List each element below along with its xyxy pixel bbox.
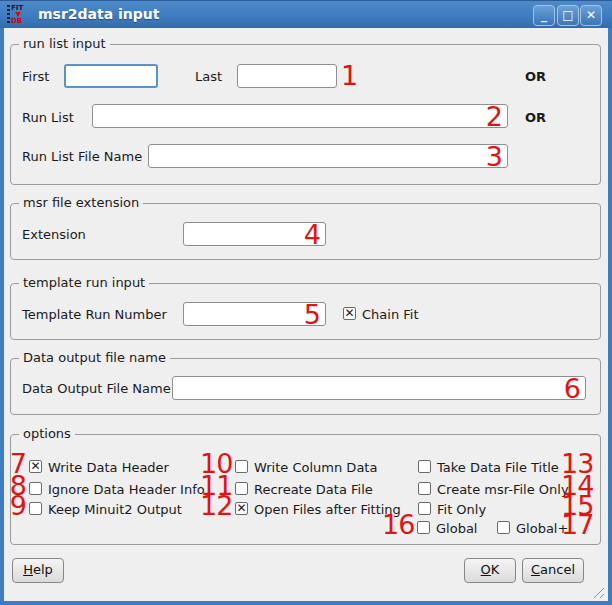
extension-input[interactable]: [186, 223, 301, 245]
or-separator-1: OR: [525, 69, 546, 84]
marker-5: 5: [304, 303, 320, 325]
help-button-mnemonic: H: [23, 562, 33, 577]
close-button[interactable]: ✕: [580, 5, 602, 26]
cancel-button-label: ancel: [540, 562, 575, 577]
global-checkbox[interactable]: [417, 521, 430, 534]
or-separator-2: OR: [525, 110, 546, 125]
chain-fit-checkbox[interactable]: [343, 307, 356, 320]
write-column-data-checkbox[interactable]: [235, 460, 248, 473]
run-list-label: Run List: [22, 110, 74, 125]
fit-only-checkbox[interactable]: [418, 502, 431, 515]
dialog-content: run list input First Last 1 OR Run List …: [4, 28, 608, 601]
global-label[interactable]: Global: [436, 521, 477, 536]
cancel-button-mnemonic: C: [531, 562, 540, 577]
title-bar[interactable]: FIT DB msr2data input _ □ ✕: [0, 0, 612, 28]
keep-minuit2-output-checkbox[interactable]: [29, 502, 42, 515]
help-button-label: elp: [33, 562, 53, 577]
first-label: First: [22, 69, 49, 84]
marker-16: 16: [382, 512, 410, 538]
create-msr-file-only-checkbox[interactable]: [418, 482, 431, 495]
extension-field-frame: 4: [183, 222, 326, 246]
template-run-number-field-frame: 5: [183, 302, 326, 326]
run-list-field-frame: 2: [92, 104, 508, 128]
first-input[interactable]: [68, 66, 132, 86]
write-column-data-label[interactable]: Write Column Data: [254, 460, 377, 475]
chain-fit-label[interactable]: Chain Fit: [362, 307, 419, 322]
data-output-file-name-label: Data Output File Name: [22, 381, 171, 396]
marker-2: 2: [486, 105, 502, 127]
ignore-data-header-info-checkbox[interactable]: [29, 482, 42, 495]
marker-17: 17: [561, 512, 593, 538]
marker-1: 1: [341, 63, 357, 89]
app-icon: FIT DB: [7, 5, 31, 25]
recreate-data-file-label[interactable]: Recreate Data File: [254, 482, 373, 497]
app-icon-ruler: [7, 5, 10, 25]
create-msr-file-only-label[interactable]: Create msr-File Only: [437, 482, 569, 497]
ok-button-label: K: [491, 562, 500, 577]
data-output-file-name-field-frame: 6: [172, 376, 586, 400]
group-title-template-run-input: template run input: [19, 275, 149, 290]
marker-4: 4: [304, 223, 320, 245]
data-output-file-name-input[interactable]: [175, 377, 561, 399]
ok-button[interactable]: OK: [464, 558, 516, 583]
msr2data-dialog: FIT DB msr2data input _ □ ✕ run list inp…: [0, 0, 612, 605]
run-list-file-name-label: Run List File Name: [22, 149, 142, 164]
template-run-number-input[interactable]: [186, 303, 301, 325]
cancel-button[interactable]: Cancel: [522, 558, 584, 583]
write-data-header-checkbox[interactable]: [29, 460, 42, 473]
fit-only-label[interactable]: Fit Only: [437, 502, 486, 517]
app-icon-fit-text: FIT: [11, 5, 23, 12]
marker-9: 9: [6, 493, 26, 519]
last-label: Last: [195, 69, 222, 84]
open-files-after-fitting-label[interactable]: Open Files after Fitting: [254, 502, 401, 517]
group-title-options: options: [19, 426, 75, 441]
global-plus-checkbox[interactable]: [497, 521, 510, 534]
last-field-frame: [237, 64, 337, 88]
keep-minuit2-output-label[interactable]: Keep Minuit2 Output: [48, 502, 182, 517]
window-title: msr2data input: [38, 6, 160, 22]
marker-3: 3: [486, 145, 502, 167]
marker-12: 12: [200, 493, 231, 519]
resize-grip[interactable]: [591, 585, 604, 598]
last-input[interactable]: [240, 65, 312, 87]
take-data-file-title-checkbox[interactable]: [418, 460, 431, 473]
open-files-after-fitting-checkbox[interactable]: [235, 502, 248, 515]
ok-button-mnemonic: O: [481, 562, 491, 577]
help-button[interactable]: Help: [12, 558, 64, 583]
run-list-file-name-input[interactable]: [151, 145, 483, 167]
marker-6: 6: [564, 377, 580, 399]
recreate-data-file-checkbox[interactable]: [235, 482, 248, 495]
maximize-button[interactable]: □: [557, 5, 579, 26]
run-list-file-name-field-frame: 3: [148, 144, 508, 168]
template-run-number-label: Template Run Number: [22, 307, 167, 322]
take-data-file-title-label[interactable]: Take Data File Title: [437, 460, 559, 475]
app-icon-db-text: DB: [11, 18, 22, 25]
group-title-data-output-file-name: Data output file name: [19, 350, 170, 365]
group-title-run-list-input: run list input: [19, 36, 110, 51]
minimize-button[interactable]: _: [533, 5, 555, 26]
first-field-frame: [64, 64, 158, 88]
ignore-data-header-info-label[interactable]: Ignore Data Header Info: [48, 482, 205, 497]
group-title-msr-file-extension: msr file extension: [19, 195, 143, 210]
extension-label: Extension: [22, 227, 86, 242]
run-list-input[interactable]: [95, 105, 483, 127]
write-data-header-label[interactable]: Write Data Header: [48, 460, 169, 475]
